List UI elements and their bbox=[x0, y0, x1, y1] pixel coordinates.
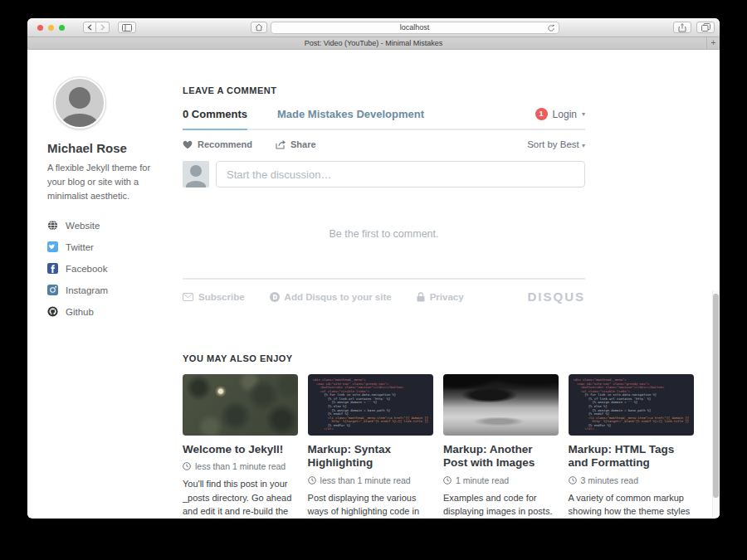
reload-icon bbox=[547, 24, 555, 32]
login-menu[interactable]: 1 Login ▾ bbox=[535, 108, 585, 120]
post-title[interactable]: Welcome to Jekyll! bbox=[183, 443, 298, 456]
forum-link[interactable]: Made Mistakes Development bbox=[277, 108, 424, 120]
back-button[interactable] bbox=[83, 22, 96, 33]
disqus-header: 0 Comments Made Mistakes Development 1 L… bbox=[183, 108, 585, 130]
comment-form bbox=[183, 161, 585, 187]
comments-section: LEAVE A COMMENT 0 Comments Made Mistakes… bbox=[183, 77, 585, 328]
related-grid: Welcome to Jekyll! less than 1 minute re… bbox=[183, 374, 694, 518]
lock-icon bbox=[417, 292, 425, 302]
share-arrow-icon bbox=[276, 139, 286, 149]
link-label: Website bbox=[66, 221, 100, 231]
sidebar-item-website[interactable]: Website bbox=[47, 220, 183, 231]
post-excerpt: You'll find this post in your _posts dir… bbox=[183, 477, 298, 518]
window-controls bbox=[37, 25, 65, 31]
post-excerpt: Examples and code for displaying images … bbox=[443, 491, 559, 518]
comment-input[interactable] bbox=[216, 161, 585, 187]
sort-menu[interactable]: Sort by Best ▾ bbox=[527, 139, 585, 149]
post-thumbnail-foggy-tree[interactable] bbox=[443, 374, 559, 436]
facebook-icon bbox=[47, 263, 58, 274]
show-tabs-button[interactable] bbox=[696, 22, 715, 33]
home-icon bbox=[255, 23, 263, 32]
scrollbar-track[interactable] bbox=[712, 290, 720, 518]
sidebar-item-facebook[interactable]: Facebook bbox=[47, 263, 183, 274]
read-time: 1 minute read bbox=[456, 475, 509, 485]
link-label: Github bbox=[66, 307, 94, 317]
sidebar-item-instagram[interactable]: Instagram bbox=[47, 285, 183, 295]
sidebar-item-twitter[interactable]: Twitter bbox=[47, 241, 183, 252]
related-card[interactable]: <div class="masthead__menu"> <nav id="si… bbox=[569, 374, 694, 518]
share-label: Share bbox=[290, 139, 316, 149]
scrollbar-thumb[interactable] bbox=[713, 294, 719, 498]
link-label: Facebook bbox=[66, 264, 108, 274]
new-tab-button[interactable]: + bbox=[706, 37, 720, 49]
chevron-right-icon bbox=[100, 24, 105, 31]
sidebar-icon bbox=[122, 24, 132, 32]
disqus-logo[interactable]: DISQUS bbox=[527, 290, 585, 304]
comments-heading: LEAVE A COMMENT bbox=[183, 85, 585, 95]
address-bar[interactable]: localhost bbox=[271, 22, 559, 34]
add-disqus-link[interactable]: Add Disqus to your site bbox=[270, 292, 392, 302]
read-time: less than 1 minute read bbox=[320, 475, 411, 485]
empty-state-message: Be the first to comment. bbox=[183, 228, 585, 240]
globe-icon bbox=[47, 220, 58, 231]
disqus-d-icon bbox=[270, 292, 280, 302]
subscribe-label: Subscribe bbox=[198, 292, 245, 302]
read-time: less than 1 minute read bbox=[195, 461, 286, 471]
chevron-down-icon: ▾ bbox=[582, 142, 585, 149]
disqus-footer: Subscribe Add Disqus to your site Privac… bbox=[183, 278, 585, 304]
minimize-window-button[interactable] bbox=[48, 25, 54, 31]
sidebar-toggle-button[interactable] bbox=[118, 22, 136, 33]
related-posts-section: YOU MAY ALSO ENJOY Welcome to Jekyll! le… bbox=[183, 353, 694, 518]
instagram-icon bbox=[47, 285, 58, 295]
related-card[interactable]: Welcome to Jekyll! less than 1 minute re… bbox=[183, 374, 298, 518]
privacy-label: Privacy bbox=[430, 292, 464, 302]
related-heading: YOU MAY ALSO ENJOY bbox=[183, 353, 694, 363]
clock-icon bbox=[308, 476, 316, 485]
forward-button[interactable] bbox=[96, 22, 110, 33]
post-thumbnail-code[interactable]: <div class="masthead__menu"> <nav id="si… bbox=[569, 374, 694, 436]
close-window-button[interactable] bbox=[37, 25, 43, 31]
post-thumbnail-green-macro[interactable] bbox=[183, 374, 298, 436]
page-content: Michael Rose A flexible Jekyll theme for… bbox=[27, 50, 720, 518]
post-excerpt: Post displaying the various ways of high… bbox=[308, 491, 433, 518]
post-title[interactable]: Markup: Another Post with Images bbox=[443, 443, 559, 470]
share-icon bbox=[678, 23, 686, 32]
recommend-button[interactable]: Recommend bbox=[183, 139, 252, 149]
author-avatar bbox=[54, 77, 105, 129]
add-disqus-label: Add Disqus to your site bbox=[285, 292, 392, 302]
post-title[interactable]: Markup: HTML Tags and Formatting bbox=[569, 443, 694, 470]
post-excerpt: A variety of common markup showing how t… bbox=[569, 491, 694, 518]
envelope-icon bbox=[183, 293, 193, 301]
reload-button[interactable] bbox=[547, 24, 555, 32]
tab-comments[interactable]: 0 Comments bbox=[183, 108, 247, 120]
post-thumbnail-code[interactable]: <div class="masthead__menu"> <nav id="si… bbox=[308, 374, 433, 436]
share-thread-button[interactable]: Share bbox=[276, 139, 316, 149]
privacy-link[interactable]: Privacy bbox=[417, 292, 464, 302]
twitter-icon bbox=[47, 241, 58, 252]
author-links: Website Twitter Facebook bbox=[47, 220, 183, 317]
post-title[interactable]: Markup: Syntax Highlighting bbox=[308, 443, 433, 470]
share-button[interactable] bbox=[673, 22, 691, 33]
sort-label: Sort by Best bbox=[527, 139, 579, 149]
notification-badge: 1 bbox=[535, 108, 548, 120]
subscribe-button[interactable]: Subscribe bbox=[183, 292, 245, 302]
author-bio: A flexible Jekyll theme for your blog or… bbox=[47, 161, 151, 203]
author-profile: Michael Rose A flexible Jekyll theme for… bbox=[47, 77, 183, 328]
active-tab[interactable]: Post: Video (YouTube) - Minimal Mistakes bbox=[27, 39, 720, 47]
related-card[interactable]: Markup: Another Post with Images 1 minut… bbox=[443, 374, 559, 518]
url-text: localhost bbox=[271, 23, 559, 32]
home-button[interactable] bbox=[251, 22, 267, 33]
recommend-label: Recommend bbox=[198, 139, 252, 149]
browser-window: localhost Post: Video (YouTube) - Minima… bbox=[27, 18, 720, 519]
clock-icon bbox=[443, 476, 452, 485]
related-card[interactable]: <div class="masthead__menu"> <nav id="si… bbox=[308, 374, 433, 518]
browser-toolbar: localhost bbox=[27, 18, 720, 37]
read-time: 3 minutes read bbox=[581, 475, 638, 485]
zoom-window-button[interactable] bbox=[59, 25, 65, 31]
github-icon bbox=[47, 306, 58, 317]
chevron-left-icon bbox=[87, 24, 92, 31]
tabs-icon bbox=[701, 23, 710, 32]
sidebar-item-github[interactable]: Github bbox=[47, 306, 183, 317]
chevron-down-icon: ▾ bbox=[582, 110, 585, 118]
tab-bar: Post: Video (YouTube) - Minimal Mistakes… bbox=[27, 37, 720, 50]
